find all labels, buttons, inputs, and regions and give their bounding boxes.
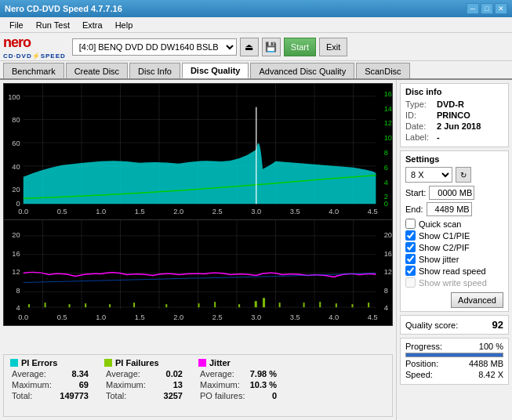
settings-title: Settings — [405, 154, 503, 164]
progress-section: Progress: 100 % Position: 4488 MB Speed:… — [400, 338, 509, 385]
drive-select[interactable]: [4:0] BENQ DVD DD DW1640 BSLB — [72, 38, 237, 56]
svg-text:3.0: 3.0 — [251, 313, 261, 321]
svg-text:20: 20 — [12, 231, 20, 239]
start-row: Start: — [405, 186, 503, 200]
pi-failures-maximum: Maximum: 13 — [104, 380, 183, 389]
pi-failures-title: PI Failures — [104, 358, 183, 368]
show-read-speed-checkbox[interactable] — [405, 266, 416, 276]
menu-file[interactable]: File — [3, 19, 30, 31]
quick-scan-checkbox[interactable] — [405, 219, 416, 229]
quality-score-value: 92 — [492, 319, 503, 331]
eject-button[interactable]: ⏏ — [240, 38, 259, 56]
chart-top-svg: 100 80 60 40 20 0 16 14 12 10 8 6 4 2 0 — [4, 84, 392, 219]
svg-text:1.0: 1.0 — [96, 208, 106, 215]
svg-rect-78 — [69, 304, 71, 307]
disc-type-row: Type: DVD-R — [405, 100, 503, 109]
svg-text:40: 40 — [12, 163, 20, 171]
svg-text:8: 8 — [384, 287, 388, 295]
svg-rect-90 — [319, 302, 321, 307]
start-button[interactable]: Start — [284, 38, 316, 56]
show-jitter-checkbox[interactable] — [405, 254, 416, 264]
jitter-legend: Jitter Average: 7.98 % Maximum: 10.3 % P… — [198, 358, 277, 413]
progress-row: Progress: 100 % — [405, 342, 503, 351]
svg-text:3.5: 3.5 — [290, 208, 300, 215]
svg-rect-88 — [279, 302, 281, 307]
svg-text:16: 16 — [384, 250, 392, 258]
tab-advanced-disc-quality[interactable]: Advanced Disc Quality — [250, 63, 354, 78]
jitter-average: Average: 7.98 % — [198, 369, 277, 378]
advanced-button[interactable]: Advanced — [451, 292, 503, 308]
show-c2-pif-checkbox[interactable] — [405, 242, 416, 252]
jitter-maximum: Maximum: 10.3 % — [198, 380, 277, 389]
minimize-button[interactable]: ─ — [467, 3, 479, 14]
close-button[interactable]: ✕ — [495, 3, 507, 14]
tab-create-disc[interactable]: Create Disc — [66, 63, 128, 78]
svg-text:1.0: 1.0 — [96, 313, 106, 321]
main-content: 100 80 60 40 20 0 16 14 12 10 8 6 4 2 0 — [0, 80, 512, 420]
svg-text:0: 0 — [16, 200, 20, 208]
svg-text:0.0: 0.0 — [18, 208, 28, 215]
logo-sub: CD·DVD⚡SPEED — [3, 52, 66, 60]
chart-top: 100 80 60 40 20 0 16 14 12 10 8 6 4 2 0 — [3, 83, 393, 220]
svg-rect-83 — [198, 303, 200, 307]
svg-rect-87 — [263, 298, 265, 307]
svg-text:80: 80 — [12, 117, 20, 125]
menu-extra[interactable]: Extra — [76, 19, 109, 31]
title-bar-text: Nero CD-DVD Speed 4.7.7.16 — [5, 4, 122, 13]
maximize-button[interactable]: □ — [481, 3, 493, 14]
end-row: End: — [405, 202, 503, 216]
chart-bottom-svg: 20 16 12 8 4 20 16 12 8 4 0.0 0.5 1.0 1.… — [4, 220, 392, 325]
title-bar: Nero CD-DVD Speed 4.7.7.16 ─ □ ✕ — [0, 0, 512, 17]
svg-text:60: 60 — [12, 139, 20, 147]
svg-text:0: 0 — [384, 200, 388, 208]
quick-scan-row: Quick scan — [405, 219, 503, 229]
show-write-speed-row: Show write speed — [405, 277, 503, 288]
svg-rect-86 — [255, 301, 257, 307]
pi-failures-average: Average: 0.02 — [104, 369, 183, 378]
svg-text:4.5: 4.5 — [368, 208, 378, 215]
speed-row-progress: Speed: 8.42 X — [405, 370, 503, 379]
tab-benchmark[interactable]: Benchmark — [3, 63, 64, 78]
svg-rect-81 — [133, 302, 135, 307]
progress-bar — [405, 353, 503, 357]
svg-text:4: 4 — [16, 304, 20, 312]
speed-select[interactable]: 8 X — [405, 167, 452, 183]
show-write-speed-checkbox[interactable] — [405, 277, 416, 288]
svg-rect-89 — [303, 302, 305, 307]
svg-text:12: 12 — [12, 269, 20, 277]
tab-disc-info[interactable]: Disc Info — [129, 63, 180, 78]
disc-label-row: Label: - — [405, 132, 503, 142]
show-read-speed-row: Show read speed — [405, 266, 503, 276]
menu-bar: File Run Test Extra Help — [0, 17, 512, 33]
exit-button[interactable]: Exit — [319, 38, 347, 56]
svg-text:2.0: 2.0 — [173, 313, 183, 321]
menu-help[interactable]: Help — [109, 19, 140, 31]
svg-rect-82 — [165, 304, 167, 307]
svg-rect-80 — [109, 304, 111, 307]
tab-disc-quality[interactable]: Disc Quality — [182, 63, 249, 78]
svg-rect-92 — [351, 304, 353, 307]
svg-text:16: 16 — [12, 250, 20, 258]
svg-text:8: 8 — [384, 149, 388, 157]
svg-text:0.5: 0.5 — [57, 313, 67, 321]
tab-bar: Benchmark Create Disc Disc Info Disc Qua… — [0, 61, 512, 80]
svg-rect-77 — [45, 302, 46, 307]
save-button[interactable]: 💾 — [262, 38, 281, 56]
svg-text:16: 16 — [384, 90, 392, 98]
chart-wrap: 100 80 60 40 20 0 16 14 12 10 8 6 4 2 0 — [0, 80, 396, 420]
show-c2-pif-row: Show C2/PIF — [405, 242, 503, 252]
pi-failures-legend: PI Failures Average: 0.02 Maximum: 13 To… — [104, 358, 183, 413]
svg-text:14: 14 — [384, 105, 392, 113]
end-input[interactable] — [427, 202, 472, 216]
show-c1-pie-checkbox[interactable] — [405, 230, 416, 241]
menu-runtest[interactable]: Run Test — [30, 19, 76, 31]
svg-rect-91 — [336, 303, 337, 307]
tab-scandisc[interactable]: ScanDisc — [356, 63, 409, 78]
svg-text:20: 20 — [12, 186, 20, 194]
svg-rect-84 — [214, 302, 216, 307]
svg-text:4.0: 4.0 — [329, 313, 339, 321]
svg-text:1.5: 1.5 — [135, 208, 145, 215]
start-input[interactable] — [429, 186, 474, 200]
settings-refresh-button[interactable]: ↻ — [456, 167, 471, 183]
svg-text:0.5: 0.5 — [57, 208, 67, 215]
